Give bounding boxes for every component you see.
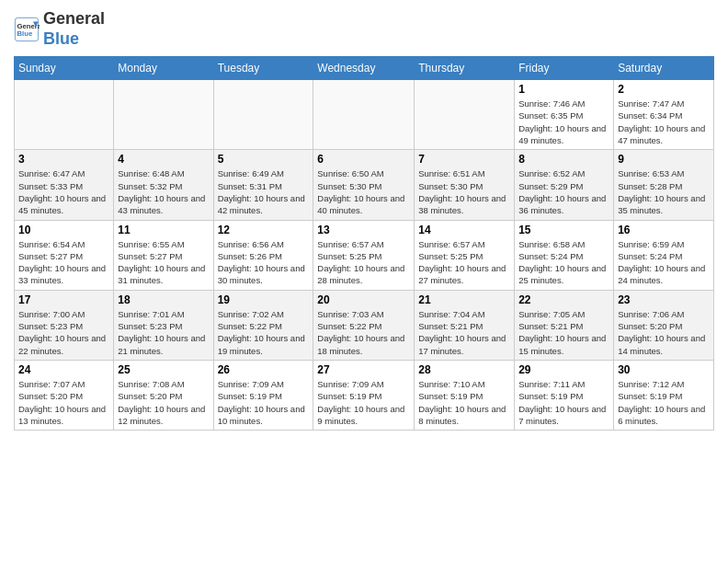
day-cell: 24Sunrise: 7:07 AM Sunset: 5:20 PM Dayli… <box>15 360 114 430</box>
day-info: Sunrise: 7:05 AM Sunset: 5:21 PM Dayligh… <box>518 308 609 357</box>
day-number: 25 <box>118 363 209 376</box>
day-number: 23 <box>618 293 710 306</box>
day-cell: 8Sunrise: 6:52 AM Sunset: 5:29 PM Daylig… <box>515 150 614 220</box>
day-info: Sunrise: 6:55 AM Sunset: 5:27 PM Dayligh… <box>118 238 209 287</box>
page: General Blue General Blue SundayMondayTu… <box>0 0 728 444</box>
day-info: Sunrise: 7:03 AM Sunset: 5:22 PM Dayligh… <box>317 308 410 357</box>
header-row: SundayMondayTuesdayWednesdayThursdayFrid… <box>15 57 714 80</box>
day-number: 21 <box>418 293 510 306</box>
day-info: Sunrise: 6:57 AM Sunset: 5:25 PM Dayligh… <box>418 238 510 287</box>
day-cell: 30Sunrise: 7:12 AM Sunset: 5:19 PM Dayli… <box>614 360 714 430</box>
day-info: Sunrise: 6:58 AM Sunset: 5:24 PM Dayligh… <box>518 238 609 287</box>
day-info: Sunrise: 6:51 AM Sunset: 5:30 PM Dayligh… <box>418 167 510 216</box>
day-number: 13 <box>317 224 410 236</box>
day-cell: 29Sunrise: 7:11 AM Sunset: 5:19 PM Dayli… <box>515 360 614 430</box>
day-cell: 12Sunrise: 6:56 AM Sunset: 5:26 PM Dayli… <box>213 220 313 290</box>
day-cell: 3Sunrise: 6:47 AM Sunset: 5:33 PM Daylig… <box>15 150 114 220</box>
day-number: 11 <box>118 224 209 236</box>
day-number: 3 <box>18 153 109 166</box>
day-number: 27 <box>317 363 410 376</box>
day-info: Sunrise: 6:48 AM Sunset: 5:32 PM Dayligh… <box>118 167 209 216</box>
day-cell: 6Sunrise: 6:50 AM Sunset: 5:30 PM Daylig… <box>313 150 415 220</box>
day-info: Sunrise: 7:07 AM Sunset: 5:20 PM Dayligh… <box>18 378 109 427</box>
header: General Blue General Blue <box>14 9 714 49</box>
day-number: 7 <box>418 153 510 166</box>
day-info: Sunrise: 6:49 AM Sunset: 5:31 PM Dayligh… <box>218 167 310 216</box>
day-cell: 14Sunrise: 6:57 AM Sunset: 5:25 PM Dayli… <box>415 220 515 290</box>
day-cell: 21Sunrise: 7:04 AM Sunset: 5:21 PM Dayli… <box>415 290 515 360</box>
day-number: 29 <box>518 363 609 376</box>
day-cell: 23Sunrise: 7:06 AM Sunset: 5:20 PM Dayli… <box>614 290 714 360</box>
day-cell: 5Sunrise: 6:49 AM Sunset: 5:31 PM Daylig… <box>213 150 313 220</box>
day-number: 26 <box>218 363 310 376</box>
day-number: 18 <box>118 293 209 306</box>
day-number: 22 <box>518 293 609 306</box>
day-info: Sunrise: 6:59 AM Sunset: 5:24 PM Dayligh… <box>618 238 710 287</box>
day-cell: 20Sunrise: 7:03 AM Sunset: 5:22 PM Dayli… <box>313 290 415 360</box>
day-number: 30 <box>618 363 710 376</box>
day-cell <box>313 80 415 150</box>
header-cell-wednesday: Wednesday <box>313 57 415 80</box>
day-info: Sunrise: 7:09 AM Sunset: 5:19 PM Dayligh… <box>317 378 410 427</box>
day-number: 8 <box>518 153 609 166</box>
day-info: Sunrise: 6:53 AM Sunset: 5:28 PM Dayligh… <box>618 167 710 216</box>
header-cell-saturday: Saturday <box>614 57 714 80</box>
day-cell <box>213 80 313 150</box>
logo-icon: General Blue <box>14 17 40 42</box>
day-info: Sunrise: 7:09 AM Sunset: 5:19 PM Dayligh… <box>218 378 310 427</box>
day-info: Sunrise: 7:11 AM Sunset: 5:19 PM Dayligh… <box>518 378 609 427</box>
header-cell-thursday: Thursday <box>415 57 515 80</box>
week-row-4: 24Sunrise: 7:07 AM Sunset: 5:20 PM Dayli… <box>15 360 714 430</box>
calendar-header: SundayMondayTuesdayWednesdayThursdayFrid… <box>15 57 714 80</box>
day-info: Sunrise: 6:50 AM Sunset: 5:30 PM Dayligh… <box>317 167 410 216</box>
week-row-3: 17Sunrise: 7:00 AM Sunset: 5:23 PM Dayli… <box>15 290 714 360</box>
day-number: 17 <box>18 293 109 306</box>
day-info: Sunrise: 7:12 AM Sunset: 5:19 PM Dayligh… <box>618 378 710 427</box>
day-cell: 7Sunrise: 6:51 AM Sunset: 5:30 PM Daylig… <box>415 150 515 220</box>
day-cell: 28Sunrise: 7:10 AM Sunset: 5:19 PM Dayli… <box>415 360 515 430</box>
day-info: Sunrise: 7:01 AM Sunset: 5:23 PM Dayligh… <box>118 308 209 357</box>
day-cell: 9Sunrise: 6:53 AM Sunset: 5:28 PM Daylig… <box>614 150 714 220</box>
day-info: Sunrise: 6:52 AM Sunset: 5:29 PM Dayligh… <box>518 167 609 216</box>
day-info: Sunrise: 7:00 AM Sunset: 5:23 PM Dayligh… <box>18 308 109 357</box>
day-number: 6 <box>317 153 410 166</box>
day-info: Sunrise: 6:47 AM Sunset: 5:33 PM Dayligh… <box>18 167 109 216</box>
day-cell <box>114 80 213 150</box>
day-info: Sunrise: 6:57 AM Sunset: 5:25 PM Dayligh… <box>317 238 410 287</box>
header-cell-friday: Friday <box>515 57 614 80</box>
header-cell-sunday: Sunday <box>15 57 114 80</box>
day-cell: 27Sunrise: 7:09 AM Sunset: 5:19 PM Dayli… <box>313 360 415 430</box>
day-cell: 18Sunrise: 7:01 AM Sunset: 5:23 PM Dayli… <box>114 290 213 360</box>
day-cell: 26Sunrise: 7:09 AM Sunset: 5:19 PM Dayli… <box>213 360 313 430</box>
day-cell: 22Sunrise: 7:05 AM Sunset: 5:21 PM Dayli… <box>515 290 614 360</box>
day-cell: 25Sunrise: 7:08 AM Sunset: 5:20 PM Dayli… <box>114 360 213 430</box>
calendar-table: SundayMondayTuesdayWednesdayThursdayFrid… <box>14 56 714 431</box>
day-cell: 10Sunrise: 6:54 AM Sunset: 5:27 PM Dayli… <box>15 220 114 290</box>
day-info: Sunrise: 7:04 AM Sunset: 5:21 PM Dayligh… <box>418 308 510 357</box>
week-row-0: 1Sunrise: 7:46 AM Sunset: 6:35 PM Daylig… <box>15 80 714 150</box>
day-number: 20 <box>317 293 410 306</box>
day-number: 14 <box>418 224 510 236</box>
day-number: 1 <box>518 83 609 96</box>
day-info: Sunrise: 7:46 AM Sunset: 6:35 PM Dayligh… <box>518 98 609 146</box>
week-row-2: 10Sunrise: 6:54 AM Sunset: 5:27 PM Dayli… <box>15 220 714 290</box>
day-number: 15 <box>518 224 609 236</box>
logo: General Blue General Blue <box>14 9 105 49</box>
svg-text:Blue: Blue <box>17 29 33 38</box>
day-info: Sunrise: 7:02 AM Sunset: 5:22 PM Dayligh… <box>218 308 310 357</box>
day-cell: 16Sunrise: 6:59 AM Sunset: 5:24 PM Dayli… <box>614 220 714 290</box>
day-number: 24 <box>18 363 109 376</box>
header-cell-monday: Monday <box>114 57 213 80</box>
day-number: 28 <box>418 363 510 376</box>
header-cell-tuesday: Tuesday <box>213 57 313 80</box>
day-number: 10 <box>18 224 109 236</box>
day-info: Sunrise: 7:10 AM Sunset: 5:19 PM Dayligh… <box>418 378 510 427</box>
day-cell: 15Sunrise: 6:58 AM Sunset: 5:24 PM Dayli… <box>515 220 614 290</box>
day-number: 2 <box>618 83 710 96</box>
day-cell: 19Sunrise: 7:02 AM Sunset: 5:22 PM Dayli… <box>213 290 313 360</box>
day-cell: 4Sunrise: 6:48 AM Sunset: 5:32 PM Daylig… <box>114 150 213 220</box>
calendar-body: 1Sunrise: 7:46 AM Sunset: 6:35 PM Daylig… <box>15 80 714 431</box>
day-number: 12 <box>218 224 310 236</box>
day-info: Sunrise: 7:06 AM Sunset: 5:20 PM Dayligh… <box>618 308 710 357</box>
day-info: Sunrise: 6:54 AM Sunset: 5:27 PM Dayligh… <box>18 238 109 287</box>
